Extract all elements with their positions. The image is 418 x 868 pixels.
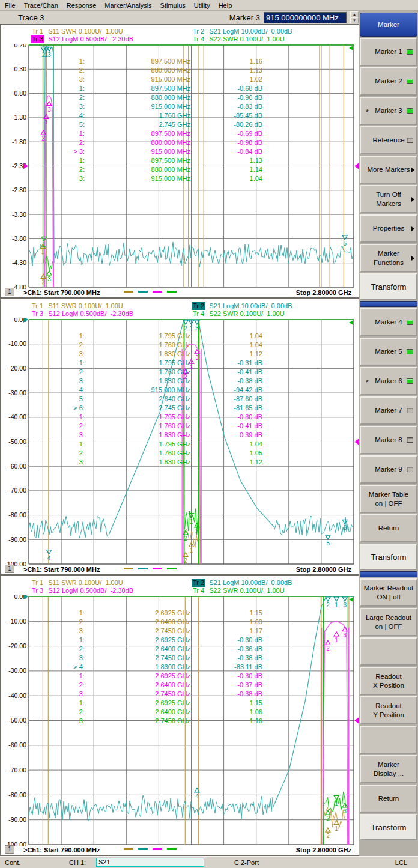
svg-text:4: 4	[195, 793, 199, 800]
marker-readout-row: 3:1.830 GHz1.12	[63, 350, 262, 359]
active-marker-asterisk: *	[366, 378, 369, 387]
trace-id-tr-2[interactable]: Tr 2	[192, 579, 205, 587]
softkey-marker-readout-on-off[interactable]: Marker Readout ON | off	[360, 578, 417, 607]
svg-text:-20.00: -20.00	[8, 642, 26, 649]
marker-frequency-input[interactable]	[264, 12, 347, 23]
trace-id-tr-2[interactable]: Tr 2	[192, 28, 205, 35]
softkey-marker-display[interactable]: Marker Display ...	[360, 755, 417, 783]
svg-text:-1.80: -1.80	[12, 138, 26, 145]
stop-frequency-label: Stop 2.80000 GHz	[296, 566, 351, 573]
svg-text:-10.00: -10.00	[8, 340, 26, 347]
marker-readout-row: 3:915.000 MHz1.02	[63, 76, 262, 85]
softkey-properties[interactable]: Properties	[360, 214, 417, 243]
menu-item-response[interactable]: Response	[63, 1, 101, 10]
svg-text:-60.00: -60.00	[8, 463, 26, 470]
softkey-marker-6[interactable]: Marker 6*	[360, 367, 417, 395]
softkey-more-markers[interactable]: More Markers	[360, 156, 417, 184]
softkey-return[interactable]: Return	[360, 514, 417, 542]
svg-text:-80.00: -80.00	[8, 511, 26, 518]
marker-readout-row: 4:1.760 GHz-85.45 dB	[63, 112, 262, 121]
softkey-marker-7[interactable]: Marker 7	[360, 396, 417, 425]
led-indicator	[407, 108, 413, 114]
svg-text:3: 3	[343, 808, 347, 815]
active-marker-asterisk: *	[366, 108, 369, 117]
softkey-marker-functions[interactable]: Marker Functions	[360, 244, 417, 272]
marker-readout-row: 2:2.6400 GHz1.06	[63, 708, 262, 717]
marker-readout-row: 3:2.7450 GHz1.16	[63, 717, 262, 726]
spin-up-button[interactable]: ▲	[350, 11, 359, 17]
softkey-marker-5[interactable]: Marker 5	[360, 338, 417, 366]
menu-item-help[interactable]: Help	[215, 1, 237, 10]
submenu-arrow-icon	[411, 197, 414, 202]
menu-item-marker-analysis[interactable]: Marker/Analysis	[101, 1, 156, 10]
softkey-marker-1[interactable]: Marker 1	[360, 38, 417, 66]
marker-readout-row: 3:1.830 GHz-0.38 dB	[63, 377, 262, 386]
spin-down-button[interactable]: ▼	[350, 17, 359, 23]
trace-dash-magenta	[153, 848, 162, 850]
trace-id-tr-1[interactable]: Tr 1	[31, 579, 44, 587]
marker-readout-row: 1:897.500 MHz1.13	[63, 157, 262, 166]
trace-id-tr-3[interactable]: Tr 3	[31, 587, 44, 595]
channel-panels: Tr 1 S11 SWR 0.100U/ 1.00UTr 2 S21 LogM …	[0, 24, 359, 856]
trace-dash-green	[167, 848, 177, 850]
softkey-section-strip	[360, 301, 417, 307]
softkey-marker-9[interactable]: Marker 9	[360, 455, 417, 484]
softkey-blank-2-5[interactable]	[360, 726, 417, 754]
menu-item-stimulus[interactable]: Stimulus	[157, 1, 190, 10]
svg-text:1: 1	[190, 547, 193, 554]
svg-text:1: 1	[335, 602, 338, 609]
softkey-marker-3[interactable]: Marker 3*	[360, 97, 417, 125]
trace-id-tr-3[interactable]: Tr 3	[31, 310, 44, 318]
softkey-transform[interactable]: Transform	[360, 814, 417, 840]
softkey-large-readout-on-off[interactable]: Large Readout on | OFF	[360, 608, 417, 636]
svg-text:-70.00: -70.00	[8, 766, 26, 774]
measurement-box[interactable]: S21	[96, 858, 204, 867]
trace-format-label: S22 SWR 0.100U/ 1.00U	[205, 310, 284, 317]
softkey-turn-off-markers[interactable]: Turn Off Markers	[360, 185, 417, 213]
trace-id-tr-3[interactable]: Tr 3	[31, 35, 44, 43]
channel-indicator: 1	[5, 288, 14, 296]
marker-entry-group: Marker 3 ▲ ▼	[229, 11, 359, 23]
trace-id-tr-1[interactable]: Tr 1	[31, 302, 44, 310]
softkey-transform[interactable]: Transform	[360, 544, 417, 570]
softkey-return[interactable]: Return	[360, 785, 417, 813]
stimulus-bar: 1>Ch1: Start 790.000 MHzStop 2.80000 GHz	[1, 563, 359, 574]
trace-dash-olive	[124, 568, 133, 569]
svg-text:2: 2	[326, 833, 330, 839]
softkey-reference[interactable]: Reference	[360, 126, 417, 154]
menu-item-utility[interactable]: Utility	[190, 1, 215, 10]
svg-text:6: 6	[343, 524, 347, 531]
trace-dash-green	[167, 568, 177, 569]
trace-format-label: S22 SWR 0.100U/ 1.00U	[205, 587, 284, 594]
trace-style-dashes	[124, 291, 177, 293]
trace-id-tr-4[interactable]: Tr 4	[192, 310, 205, 318]
trace-id-tr-4[interactable]: Tr 4	[192, 35, 205, 43]
softkey-readout-y-position[interactable]: Readout Y Position	[360, 696, 417, 724]
svg-text:5: 5	[343, 240, 347, 247]
softkey-readout-x-position[interactable]: Readout X Position	[360, 667, 417, 695]
marker-readout-row: 3:2.7450 GHz-0.38 dB	[63, 690, 262, 699]
trace-id-tr-4[interactable]: Tr 4	[192, 587, 205, 595]
svg-text:-90.00: -90.00	[8, 816, 26, 823]
marker-readout-row: > 3:915.000 MHz-0.84 dB	[63, 148, 262, 157]
led-indicator	[407, 320, 413, 325]
trace-id-tr-2[interactable]: Tr 2	[192, 302, 205, 310]
marker-entry-label: Marker 3	[229, 13, 260, 22]
softkey-marker-table-on-off[interactable]: Marker Table on | OFF	[360, 485, 417, 513]
menu-item-trace-chan[interactable]: Trace/Chan	[20, 1, 63, 10]
led-indicator	[407, 138, 413, 143]
trace-id-tr-1[interactable]: Tr 1	[31, 28, 44, 35]
svg-text:3: 3	[47, 276, 51, 282]
softkey-marker-4[interactable]: Marker 4	[360, 308, 417, 336]
softkey-transform[interactable]: Transform	[360, 273, 417, 300]
svg-text:3: 3	[195, 528, 199, 535]
svg-text:2: 2	[326, 815, 330, 822]
softkey-marker-2[interactable]: Marker 2	[360, 67, 417, 96]
stimulus-bar: 1>Ch1: Start 790.000 MHzStop 2.80000 GHz	[1, 844, 359, 855]
softkey-marker-8[interactable]: Marker 8	[360, 426, 417, 454]
svg-text:2: 2	[326, 602, 330, 609]
softkey-blank-2-2[interactable]	[360, 637, 417, 666]
marker-readout-row: 1:897.500 MHz-0.69 dB	[63, 130, 262, 139]
menu-item-file[interactable]: File	[1, 1, 20, 10]
svg-text:2: 2	[184, 325, 187, 332]
